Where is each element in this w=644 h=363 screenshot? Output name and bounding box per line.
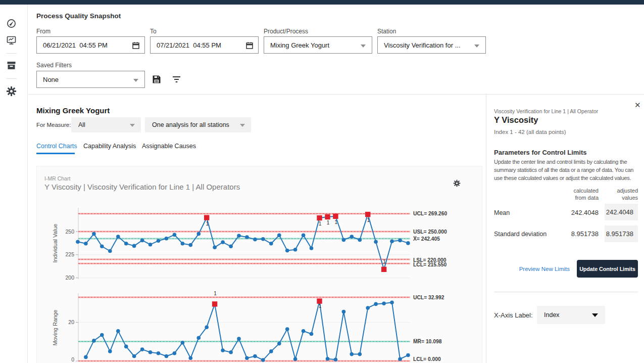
data-point[interactable]: [189, 356, 193, 360]
data-point[interactable]: [205, 325, 209, 329]
data-point[interactable]: [245, 356, 249, 360]
data-point[interactable]: [398, 239, 402, 243]
data-point[interactable]: [100, 245, 104, 249]
data-point[interactable]: [140, 347, 144, 351]
panel-range: Index 1 - 42 (all data points): [494, 129, 566, 135]
flagged-point[interactable]: [333, 214, 338, 219]
data-point[interactable]: [358, 238, 362, 242]
data-point[interactable]: [253, 354, 257, 358]
data-point[interactable]: [293, 248, 298, 252]
data-point[interactable]: [84, 355, 88, 359]
data-point[interactable]: [148, 350, 153, 354]
data-point[interactable]: [261, 358, 265, 362]
svg-text:LCL= 0.000: LCL= 0.000: [413, 356, 441, 362]
data-point[interactable]: [165, 237, 169, 241]
data-point[interactable]: [181, 242, 185, 246]
data-point[interactable]: [165, 354, 169, 358]
svg-text:UCL= 32.992: UCL= 32.992: [413, 295, 444, 300]
data-point[interactable]: [374, 302, 378, 306]
data-point[interactable]: [310, 332, 314, 336]
data-point[interactable]: [157, 351, 161, 355]
data-point[interactable]: [261, 237, 265, 241]
data-point[interactable]: [173, 233, 177, 237]
data-point[interactable]: [157, 239, 161, 243]
data-point[interactable]: [334, 358, 338, 362]
data-point[interactable]: [406, 241, 410, 245]
data-point[interactable]: [197, 232, 201, 236]
data-point[interactable]: [173, 351, 177, 355]
data-point[interactable]: [269, 349, 273, 353]
data-point[interactable]: [358, 352, 362, 356]
data-point[interactable]: [342, 238, 346, 242]
data-point[interactable]: [197, 336, 201, 340]
data-point[interactable]: [310, 246, 314, 250]
close-icon[interactable]: ✕: [634, 102, 641, 109]
data-point[interactable]: [285, 249, 289, 253]
mean-adjusted-input[interactable]: 242.4048: [605, 204, 638, 220]
data-point[interactable]: [382, 301, 386, 305]
data-point[interactable]: [124, 242, 128, 246]
data-point[interactable]: [229, 350, 233, 354]
data-point[interactable]: [221, 348, 225, 352]
flagged-point[interactable]: [365, 212, 370, 217]
data-point[interactable]: [374, 240, 378, 244]
svg-text:X̅= 242.405: X̅= 242.405: [413, 236, 440, 242]
data-point[interactable]: [213, 245, 217, 249]
data-point[interactable]: [350, 235, 354, 239]
data-point[interactable]: [116, 329, 120, 333]
data-point[interactable]: [108, 349, 112, 353]
svg-text:1: 1: [383, 259, 386, 264]
data-point[interactable]: [229, 245, 233, 249]
svg-text:UCL= 269.260: UCL= 269.260: [413, 211, 448, 216]
data-point[interactable]: [326, 357, 330, 361]
data-point[interactable]: [293, 357, 298, 361]
chevron-down-icon: [592, 313, 598, 317]
flagged-point[interactable]: [317, 215, 322, 220]
flagged-point[interactable]: [204, 215, 209, 220]
svg-text:1: 1: [319, 221, 322, 226]
data-point[interactable]: [221, 240, 225, 244]
data-point[interactable]: [132, 244, 136, 248]
svg-text:1: 1: [367, 217, 370, 223]
data-point[interactable]: [302, 234, 306, 238]
data-point[interactable]: [84, 242, 88, 246]
data-point[interactable]: [277, 234, 281, 238]
data-point[interactable]: [124, 345, 128, 349]
data-point[interactable]: [237, 337, 241, 341]
data-point[interactable]: [181, 341, 185, 345]
data-point[interactable]: [342, 310, 346, 314]
data-point[interactable]: [253, 238, 257, 242]
data-point[interactable]: [108, 249, 112, 253]
flagged-point[interactable]: [325, 214, 330, 219]
data-point[interactable]: [76, 240, 80, 244]
data-point[interactable]: [390, 239, 394, 243]
preview-new-limits-link[interactable]: Preview New Limits: [505, 266, 570, 272]
panel-divider-line: [494, 292, 638, 292]
data-point[interactable]: [237, 234, 241, 238]
flagged-point[interactable]: [381, 267, 386, 272]
data-point[interactable]: [285, 327, 289, 331]
update-control-limits-button[interactable]: Update Control Limits: [577, 260, 638, 278]
data-point[interactable]: [302, 329, 306, 333]
xaxis-select[interactable]: Index: [537, 306, 605, 324]
data-point[interactable]: [366, 306, 370, 310]
data-point[interactable]: [398, 357, 402, 361]
flagged-point[interactable]: [212, 301, 217, 306]
data-point[interactable]: [189, 243, 193, 247]
data-point[interactable]: [132, 354, 136, 358]
data-point[interactable]: [92, 339, 96, 343]
data-point[interactable]: [245, 235, 249, 239]
data-point[interactable]: [350, 352, 354, 356]
data-point[interactable]: [148, 243, 153, 247]
data-point[interactable]: [406, 353, 410, 357]
data-point[interactable]: [140, 239, 144, 243]
data-point[interactable]: [390, 301, 394, 305]
data-point[interactable]: [100, 333, 104, 337]
stddev-adjusted-input[interactable]: 8.951738: [605, 225, 638, 242]
svg-text:225: 225: [65, 251, 74, 257]
svg-text:M̅R̅= 10.098: M̅R̅= 10.098: [413, 339, 442, 344]
data-point[interactable]: [277, 342, 281, 346]
data-point[interactable]: [269, 242, 273, 246]
data-point[interactable]: [92, 232, 96, 236]
data-point[interactable]: [116, 235, 120, 239]
